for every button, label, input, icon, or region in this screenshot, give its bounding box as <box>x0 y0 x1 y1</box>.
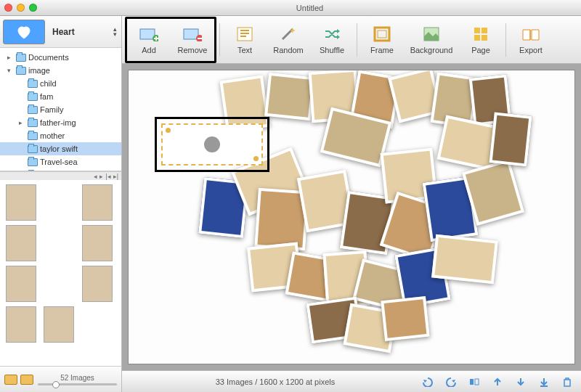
tree-label: mother <box>40 131 65 140</box>
svg-rect-2 <box>184 29 198 39</box>
toolbar-label: Shuffle <box>320 46 344 54</box>
random-button[interactable]: Random <box>267 19 310 61</box>
trash-icon[interactable] <box>561 376 574 388</box>
bring-forward-icon[interactable] <box>491 376 504 388</box>
folder-icon <box>28 93 38 101</box>
zoom-icon[interactable] <box>29 4 37 12</box>
frame-placeholder[interactable] <box>161 123 263 166</box>
folder-icon <box>28 106 38 114</box>
toolbar-label: Page <box>471 46 490 54</box>
thumbnail[interactable] <box>6 225 36 261</box>
text-button[interactable]: Text <box>223 19 267 61</box>
shape-preview <box>3 20 45 44</box>
tree-item-father-img[interactable]: ▸father-img <box>0 116 121 129</box>
thumbnail[interactable] <box>6 306 36 343</box>
tree-item-travel-sea[interactable]: Travel-sea <box>0 155 121 168</box>
folder-icon <box>28 80 38 88</box>
sidebar: Heart ▴▾ ▸Documents ▾image child fam Fam… <box>0 16 122 392</box>
folder-tree: ▸Documents ▾image child fam Family ▸fath… <box>0 48 121 171</box>
frame-button[interactable]: Frame <box>360 19 404 61</box>
shape-name: Heart <box>48 27 108 37</box>
tree-label: Travel-sea <box>40 158 78 166</box>
flip-icon[interactable] <box>468 376 481 388</box>
tree-label: child <box>40 79 57 88</box>
tree-label: father-img <box>40 118 76 127</box>
wand-icon <box>278 25 298 43</box>
tree-label: taylor swift <box>40 144 78 153</box>
add-remove-group-highlight: Add Remove <box>125 17 216 63</box>
svg-rect-13 <box>475 379 479 385</box>
svg-rect-11 <box>482 35 487 41</box>
export-button[interactable]: Export <box>509 19 553 61</box>
thumbnail[interactable] <box>6 184 36 221</box>
thumbnail[interactable] <box>44 306 74 343</box>
shuffle-icon <box>322 25 342 43</box>
tree-label: image <box>28 66 50 75</box>
thumbnail-grid <box>0 180 121 366</box>
folder-icon <box>28 132 38 140</box>
status-info: 33 Images / 1600 x 1200 at pixels <box>129 377 421 386</box>
toolbar-label: Background <box>410 46 453 54</box>
tree-item-child[interactable]: child <box>0 77 121 90</box>
folder-icon <box>28 119 38 127</box>
background-button[interactable]: Background <box>404 19 459 61</box>
folder-button-icon[interactable] <box>4 375 17 385</box>
tree-scrollbar[interactable]: ◂▸|◂▸| <box>0 171 121 180</box>
svg-rect-0 <box>140 29 155 39</box>
tree-item-documents[interactable]: ▸Documents <box>0 51 121 64</box>
toolbar-label: Random <box>273 46 304 54</box>
svg-rect-6 <box>378 30 386 38</box>
status-bar: 33 Images / 1600 x 1200 at pixels <box>122 370 581 392</box>
thumb-size-slider[interactable] <box>38 383 117 385</box>
folder-button-icon[interactable] <box>20 375 33 385</box>
thumbnail[interactable] <box>82 225 113 261</box>
window-controls <box>4 4 37 12</box>
canvas-area: ⇧ <box>122 64 581 370</box>
folder-icon <box>28 145 38 153</box>
main: Add Remove Text Random Shuffle <box>122 16 581 392</box>
toolbar-label: Remove <box>178 46 208 54</box>
text-icon <box>235 25 255 43</box>
tree-item-image[interactable]: ▾image <box>0 64 121 77</box>
shuffle-button[interactable]: Shuffle <box>310 19 354 61</box>
send-backward-icon[interactable] <box>514 376 527 388</box>
frame-icon <box>372 25 392 43</box>
tree-label: fam <box>40 92 53 101</box>
tree-item-mother[interactable]: mother <box>0 129 121 142</box>
add-image-icon <box>139 25 159 43</box>
toolbar-label: Export <box>519 46 543 54</box>
toolbar: Add Remove Text Random Shuffle <box>122 16 581 64</box>
remove-button[interactable]: Remove <box>171 19 214 61</box>
tree-item-taylor-swift[interactable]: taylor swift <box>0 142 121 155</box>
window-title: Untitled <box>43 4 577 12</box>
svg-rect-9 <box>482 28 487 33</box>
svg-rect-5 <box>375 28 389 41</box>
page-grid-icon <box>471 25 491 43</box>
tree-item-fam[interactable]: fam <box>0 90 121 103</box>
thumbnail[interactable] <box>6 266 36 302</box>
tree-label: Documents <box>28 53 69 62</box>
thumbnail[interactable] <box>82 184 113 221</box>
sidebar-footer: 52 Images <box>0 366 121 392</box>
canvas[interactable] <box>128 70 575 364</box>
tree-item-family[interactable]: Family <box>0 103 121 116</box>
toolbar-label: Frame <box>370 46 394 54</box>
rotate-left-icon[interactable] <box>421 376 434 388</box>
svg-rect-10 <box>474 35 480 41</box>
tree-label: Family <box>40 105 63 114</box>
shape-selector[interactable]: Heart ▴▾ <box>0 16 121 48</box>
image-count: 52 Images <box>60 374 94 382</box>
folder-icon <box>28 158 38 166</box>
page-button[interactable]: Page <box>459 19 503 61</box>
rotate-right-icon[interactable] <box>444 376 458 388</box>
export-icon <box>521 25 541 43</box>
background-icon <box>421 25 442 43</box>
arrow-down-icon[interactable] <box>537 376 550 388</box>
close-icon[interactable] <box>4 4 12 12</box>
svg-rect-8 <box>474 28 480 33</box>
toolbar-label: Add <box>142 46 156 54</box>
add-button[interactable]: Add <box>127 19 171 61</box>
shape-stepper[interactable]: ▴▾ <box>111 27 118 37</box>
minimize-icon[interactable] <box>17 4 25 12</box>
thumbnail[interactable] <box>82 266 113 302</box>
